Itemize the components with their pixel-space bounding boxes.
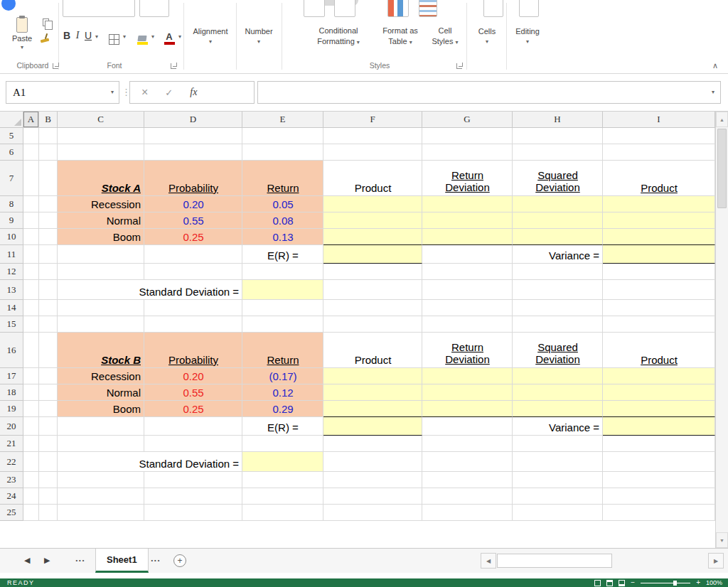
cell-E13[interactable] xyxy=(242,280,323,300)
add-sheet-button[interactable]: + xyxy=(173,554,186,567)
ribbon-collapse-button[interactable]: ∧ xyxy=(712,61,718,70)
cell-A21[interactable] xyxy=(23,436,39,452)
zoom-level[interactable]: 100% xyxy=(706,579,722,586)
cell-E11[interactable] xyxy=(242,245,323,264)
col-header-H[interactable]: H xyxy=(513,112,603,128)
cell-C8[interactable] xyxy=(58,196,144,212)
cell-B17[interactable] xyxy=(39,368,58,384)
cell-E10[interactable] xyxy=(242,229,323,245)
cell-I21[interactable] xyxy=(603,436,715,452)
bold-button[interactable]: B xyxy=(61,27,73,44)
font-name-combo[interactable] xyxy=(63,0,135,17)
formula-expand-icon[interactable]: ▾ xyxy=(712,90,714,95)
cell-A11[interactable] xyxy=(23,245,39,264)
sheet-tab-active[interactable]: Sheet1 xyxy=(95,549,149,573)
cell-E14[interactable] xyxy=(242,300,323,316)
cell-E7[interactable] xyxy=(242,161,323,196)
cell-E16[interactable] xyxy=(242,333,323,368)
cell-G8[interactable] xyxy=(422,196,513,212)
cell-E25[interactable] xyxy=(242,505,323,521)
cell-C19[interactable] xyxy=(58,401,144,417)
cell-H7[interactable] xyxy=(513,161,603,196)
cell-I5[interactable] xyxy=(603,128,715,144)
row-header-14[interactable]: 14 xyxy=(0,300,23,316)
cell-A10[interactable] xyxy=(23,229,39,245)
cell-D23[interactable] xyxy=(144,472,242,488)
cell-E9[interactable] xyxy=(242,212,323,229)
cell-D12[interactable] xyxy=(144,264,242,280)
cell-D10[interactable] xyxy=(144,229,242,245)
font-color-button[interactable]: A xyxy=(162,26,176,45)
cell-D22[interactable] xyxy=(144,452,242,472)
sheet-nav-prev[interactable]: ◀ xyxy=(24,556,30,565)
cell-A13[interactable] xyxy=(23,280,39,300)
cell-E22[interactable] xyxy=(242,452,323,472)
cell-B10[interactable] xyxy=(39,229,58,245)
cell-I18[interactable] xyxy=(603,384,715,401)
conditional-formatting-button[interactable]: Conditional Formatting ▾ xyxy=(304,26,373,47)
cell-G16[interactable] xyxy=(422,333,513,368)
row-header-10[interactable]: 10 xyxy=(0,229,23,245)
cell-F21[interactable] xyxy=(323,436,422,452)
row-header-13[interactable]: 13 xyxy=(0,280,23,300)
cell-F18[interactable] xyxy=(323,384,422,401)
cell-B8[interactable] xyxy=(39,196,58,212)
cell-E23[interactable] xyxy=(242,472,323,488)
cell-F6[interactable] xyxy=(323,144,422,161)
cell-H19[interactable] xyxy=(513,401,603,417)
cell-H14[interactable] xyxy=(513,300,603,316)
cell-F10[interactable] xyxy=(323,229,422,245)
cell-C15[interactable] xyxy=(58,316,144,333)
chevron-down-icon[interactable]: ▾ xyxy=(123,33,126,40)
cell-B6[interactable] xyxy=(39,144,58,161)
tab-scroll-right[interactable]: ... xyxy=(151,553,161,564)
insert-function-icon[interactable]: fx xyxy=(190,87,197,98)
cell-C20[interactable] xyxy=(58,417,144,436)
cell-F9[interactable] xyxy=(323,212,422,229)
cell-E21[interactable] xyxy=(242,436,323,452)
cell-G9[interactable] xyxy=(422,212,513,229)
cell-F13[interactable] xyxy=(323,280,422,300)
cell-E12[interactable] xyxy=(242,264,323,280)
cell-F16[interactable] xyxy=(323,333,422,368)
vertical-scrollbar[interactable]: ▲ ▼ xyxy=(715,112,728,548)
cell-I23[interactable] xyxy=(603,472,715,488)
cell-C6[interactable] xyxy=(58,144,144,161)
cell-H22[interactable] xyxy=(513,452,603,472)
cell-A25[interactable] xyxy=(23,505,39,521)
view-page-break-icon[interactable] xyxy=(619,580,625,586)
format-painter-button[interactable] xyxy=(36,31,55,45)
cell-G15[interactable] xyxy=(422,316,513,333)
cell-D24[interactable] xyxy=(144,488,242,505)
row-header-20[interactable]: 20 xyxy=(0,417,23,436)
row-header-18[interactable]: 18 xyxy=(0,384,23,401)
cell-G5[interactable] xyxy=(422,128,513,144)
scroll-up-button[interactable]: ▲ xyxy=(716,112,728,127)
paste-button[interactable]: Paste ▾ xyxy=(7,0,37,54)
cancel-icon[interactable]: × xyxy=(141,87,148,98)
cell-I6[interactable] xyxy=(603,144,715,161)
cell-B12[interactable] xyxy=(39,264,58,280)
cell-H21[interactable] xyxy=(513,436,603,452)
cell-C22[interactable] xyxy=(58,452,144,472)
cell-A9[interactable] xyxy=(23,212,39,229)
cell-H18[interactable] xyxy=(513,384,603,401)
cell-styles-button[interactable]: Cell Styles ▾ xyxy=(427,26,464,47)
formula-input[interactable]: ▾ xyxy=(257,81,721,104)
cell-A5[interactable] xyxy=(23,128,39,144)
row-header-8[interactable]: 8 xyxy=(0,196,23,212)
cell-E8[interactable] xyxy=(242,196,323,212)
cell-A7[interactable] xyxy=(23,161,39,196)
cell-F5[interactable] xyxy=(323,128,422,144)
cell-A12[interactable] xyxy=(23,264,39,280)
cell-G13[interactable] xyxy=(422,280,513,300)
row-header-24[interactable]: 24 xyxy=(0,488,23,505)
cell-F20[interactable] xyxy=(323,417,422,436)
cell-B21[interactable] xyxy=(39,436,58,452)
name-box[interactable]: A1 ▾ xyxy=(6,81,119,104)
cell-H10[interactable] xyxy=(513,229,603,245)
col-header-I[interactable]: I xyxy=(603,112,715,128)
cell-B18[interactable] xyxy=(39,384,58,401)
row-header-16[interactable]: 16 xyxy=(0,333,23,368)
cell-C17[interactable] xyxy=(58,368,144,384)
